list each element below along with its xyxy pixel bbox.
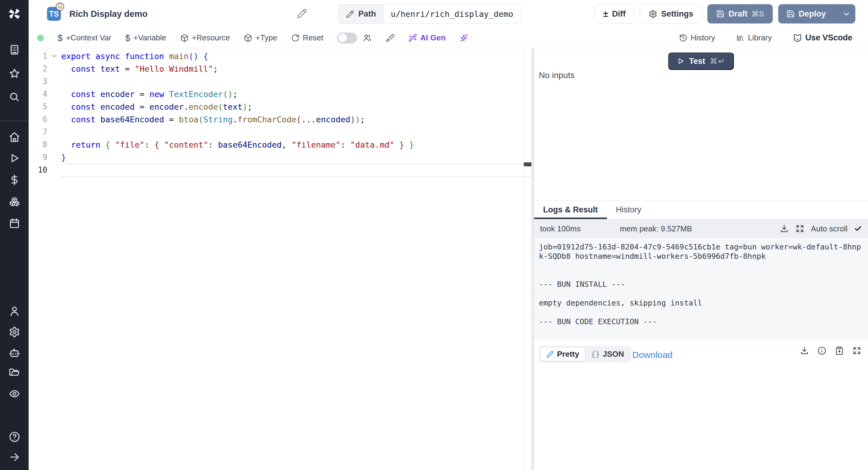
runs-play-icon[interactable] [9, 152, 20, 164]
code-line[interactable]: 2 const text = "Hello Windmill"; [29, 62, 524, 75]
reset-button[interactable]: Reset [291, 33, 323, 42]
download-result-link[interactable]: Download [632, 350, 673, 360]
check-icon[interactable] [854, 225, 862, 232]
ai-gen-button[interactable]: AI Gen [408, 33, 446, 42]
add-context-var-button[interactable]: $ +Context Var [58, 33, 111, 43]
diff-mode-group [337, 33, 372, 43]
clipboard-copy-icon[interactable] [835, 346, 844, 355]
reset-label: Reset [303, 33, 323, 42]
code-line[interactable]: 7 [29, 126, 524, 138]
download-result-icon[interactable] [800, 346, 809, 355]
test-shortcut: ⌘↵ [710, 57, 725, 66]
settings-button[interactable]: Settings [640, 4, 702, 24]
path-value[interactable]: u/henri/rich_display_demo [384, 4, 521, 23]
add-resource-button[interactable]: +Resource [180, 33, 230, 42]
result-section: Pretty {} JSON [534, 339, 868, 470]
diff-button[interactable]: ± Diff [594, 4, 634, 24]
main-area: TS Rich Display demo Path u/henri/rich_d… [29, 0, 868, 470]
code-text: const encoded = encoder.encode(text); [61, 102, 252, 112]
package-icon [180, 34, 189, 42]
user-icon[interactable] [9, 306, 20, 317]
pen-icon [546, 350, 554, 358]
mem-peak: mem peak: 9.527MB [620, 224, 692, 233]
header: TS Rich Display demo Path u/henri/rich_d… [29, 0, 868, 28]
home-icon[interactable] [9, 131, 20, 143]
diff-mode-toggle[interactable] [337, 33, 357, 43]
code-line[interactable]: 9} [29, 151, 524, 164]
pencil-icon [346, 10, 354, 18]
help-circle-icon[interactable] [9, 431, 20, 443]
folders-open-icon[interactable] [9, 368, 20, 379]
draft-shortcut: ⌘S [751, 10, 764, 19]
search-icon[interactable] [9, 91, 20, 103]
auto-scroll-label[interactable]: Auto scroll [811, 224, 847, 233]
code-line[interactable]: 5 const encoded = encoder.encode(text); [29, 100, 524, 113]
schedules-calendar-icon[interactable] [9, 218, 20, 229]
expand-arrow-right-icon[interactable] [9, 451, 20, 463]
fold-chevron-icon[interactable] [47, 52, 61, 60]
expand-result-icon[interactable] [852, 346, 861, 355]
code-text: export async function main() { [61, 52, 208, 61]
use-vscode-label: Use VScode [805, 33, 852, 42]
pretty-view-button[interactable]: Pretty [540, 347, 585, 361]
test-button[interactable]: Test ⌘↵ [668, 53, 734, 70]
code-text: } [61, 153, 66, 162]
favorites-star-icon[interactable] [9, 68, 20, 79]
results-pane: Logs & Result History took 100ms mem pea… [534, 201, 868, 470]
deploy-button[interactable]: Deploy [778, 4, 834, 23]
code-line[interactable]: 4 const encoder = new TextEncoder(); [29, 88, 524, 100]
panel-splitter[interactable] [531, 48, 534, 470]
code-lines[interactable]: 1export async function main() {2 const t… [29, 48, 524, 470]
library-label: Library [748, 33, 772, 42]
code-line[interactable]: 6 const base64Encoded = btoa(String.from… [29, 113, 524, 126]
code-line[interactable]: 1export async function main() { [29, 50, 524, 62]
play-icon [677, 57, 684, 65]
variables-dollar-icon[interactable] [9, 174, 20, 186]
code-line[interactable]: 3 [29, 75, 524, 88]
expand-logs-icon[interactable] [795, 224, 804, 233]
resources-boxes-icon[interactable] [9, 196, 20, 207]
wand-sparkles-icon [408, 33, 417, 42]
line-number: 4 [29, 90, 47, 98]
code-editor[interactable]: 1export async function main() {2 const t… [29, 48, 531, 470]
workspace-building-icon[interactable] [9, 44, 20, 56]
deploy-more-button[interactable] [838, 4, 855, 23]
format-button[interactable] [386, 33, 395, 42]
settings-gear-icon[interactable] [9, 326, 20, 338]
header-actions: ± Diff Settings Draft ⌘S Deploy [594, 4, 855, 24]
tab-history[interactable]: History [607, 201, 650, 219]
workers-robot-icon[interactable] [9, 347, 20, 359]
code-text: const text = "Hello Windmill"; [61, 64, 218, 73]
history-clock-icon [679, 34, 687, 42]
tab-logs-result[interactable]: Logs & Result [534, 201, 607, 219]
test-button-label: Test [689, 57, 705, 66]
draft-button-label: Draft [728, 9, 747, 19]
info-icon[interactable] [817, 346, 827, 355]
windmill-logo-icon[interactable] [7, 7, 22, 22]
dollar-icon: $ [58, 33, 63, 43]
audit-eye-icon[interactable] [9, 388, 20, 400]
result-actions [800, 346, 861, 355]
path-label-section[interactable]: Path [339, 4, 384, 23]
windmill-script-editor: TS Rich Display demo Path u/henri/rich_d… [0, 0, 868, 470]
line-number: 8 [29, 140, 47, 149]
page-title: Rich Display demo [69, 9, 147, 19]
code-line[interactable]: 10 [29, 164, 524, 176]
edit-summary-pencil-icon[interactable] [297, 8, 307, 20]
add-variable-label: +Variable [133, 33, 166, 42]
use-vscode-button[interactable]: Use VScode [793, 33, 852, 42]
draft-button[interactable]: Draft ⌘S [707, 4, 773, 24]
add-type-button[interactable]: +Type [244, 33, 277, 42]
ai-sparkles-button[interactable] [459, 33, 468, 42]
download-logs-icon[interactable] [780, 224, 789, 233]
library-button[interactable]: Library [736, 33, 772, 42]
diff-button-label: Diff [612, 9, 626, 19]
cat-icon [793, 33, 802, 42]
line-number: 3 [29, 77, 47, 86]
history-button[interactable]: History [679, 33, 715, 42]
path-editor[interactable]: Path u/henri/rich_display_demo [338, 4, 521, 24]
line-number: 10 [29, 165, 47, 175]
add-variable-button[interactable]: $ +Variable [125, 33, 166, 43]
code-line[interactable]: 8 return { "file": { "content": base64En… [29, 138, 524, 151]
json-view-button[interactable]: {} JSON [585, 347, 630, 361]
